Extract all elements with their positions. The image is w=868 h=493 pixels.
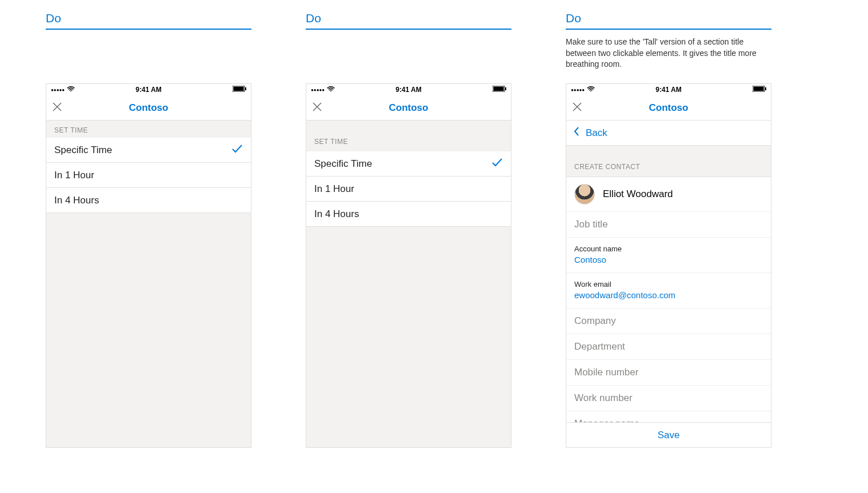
section-header-set-time-tall: SET TIME (306, 121, 511, 151)
work-number-field[interactable]: Work number (566, 386, 771, 411)
status-time: 9:41 AM (306, 86, 511, 94)
example-column-1: Do ●●●●● 9:41 AM C (46, 11, 251, 448)
option-label: In 4 Hours (314, 209, 359, 220)
company-field[interactable]: Company (566, 308, 771, 334)
status-time: 9:41 AM (46, 86, 251, 94)
placeholder-text: Job title (574, 219, 608, 230)
placeholder-text: Company (574, 315, 616, 326)
nav-bar: Contoso (566, 95, 771, 121)
checkmark-icon (491, 158, 503, 170)
option-specific-time[interactable]: Specific Time (46, 138, 251, 163)
example-column-3: Do Make sure to use the 'Tall' version o… (566, 11, 771, 448)
do-label: Do (566, 11, 771, 30)
phone-mockup: ●●●●● 9:41 AM Contoso (566, 83, 771, 448)
job-title-field[interactable]: Job title (566, 212, 771, 238)
option-in-1-hour[interactable]: In 1 Hour (306, 177, 511, 202)
save-button[interactable]: Save (566, 422, 771, 447)
do-label: Do (46, 11, 251, 30)
option-specific-time[interactable]: Specific Time (306, 151, 511, 177)
nav-title: Contoso (46, 102, 251, 114)
back-label: Back (586, 127, 607, 139)
option-label: In 1 Hour (54, 170, 94, 181)
mobile-number-field[interactable]: Mobile number (566, 360, 771, 386)
section-header-create-contact: CREATE CONTACT (566, 146, 771, 177)
phone-mockup: ●●●●● 9:41 AM Contoso SET TIME (46, 83, 251, 448)
phone-mockup: ●●●●● 9:41 AM Contoso SET TIME Specific (306, 83, 511, 448)
nav-title: Contoso (566, 102, 771, 114)
option-in-4-hours[interactable]: In 4 Hours (46, 188, 251, 213)
department-field[interactable]: Department (566, 334, 771, 360)
option-in-4-hours[interactable]: In 4 Hours (306, 202, 511, 227)
option-label: Specific Time (314, 158, 372, 170)
contact-name: Elliot Woodward (603, 189, 673, 200)
option-label: Specific Time (54, 145, 112, 156)
work-email-field[interactable]: Work email ewoodward@contoso.com (566, 273, 771, 308)
placeholder-text: Work number (574, 392, 633, 403)
field-value: Contoso (574, 255, 606, 264)
placeholder-text: Mobile number (574, 367, 638, 378)
status-time: 9:41 AM (566, 86, 771, 94)
placeholder-text: Department (574, 341, 625, 352)
field-label: Work email (574, 280, 763, 288)
nav-title: Contoso (306, 102, 511, 114)
column-description (306, 37, 511, 73)
section-header-set-time: SET TIME (46, 121, 251, 138)
column-description: Make sure to use the 'Tall' version of a… (566, 37, 771, 73)
option-label: In 1 Hour (314, 183, 354, 195)
example-column-2: Do ●●●●● 9:41 AM Contoso (306, 11, 511, 448)
status-bar: ●●●●● 9:41 AM (306, 84, 511, 95)
nav-bar: Contoso (46, 95, 251, 121)
field-label: Account name (574, 245, 763, 253)
field-value: ewoodward@contoso.com (574, 290, 675, 300)
chevron-left-icon (573, 126, 586, 139)
column-description (46, 37, 251, 73)
checkmark-icon (231, 144, 243, 156)
do-label: Do (306, 11, 511, 30)
option-label: In 4 Hours (54, 195, 99, 206)
option-in-1-hour[interactable]: In 1 Hour (46, 163, 251, 188)
account-name-field[interactable]: Account name Contoso (566, 238, 771, 273)
contact-name-row[interactable]: Elliot Woodward (566, 177, 771, 212)
status-bar: ●●●●● 9:41 AM (566, 84, 771, 95)
status-bar: ●●●●● 9:41 AM (46, 84, 251, 95)
save-label: Save (658, 430, 680, 441)
back-button[interactable]: Back (566, 121, 771, 146)
avatar (574, 184, 595, 205)
nav-bar: Contoso (306, 95, 511, 121)
